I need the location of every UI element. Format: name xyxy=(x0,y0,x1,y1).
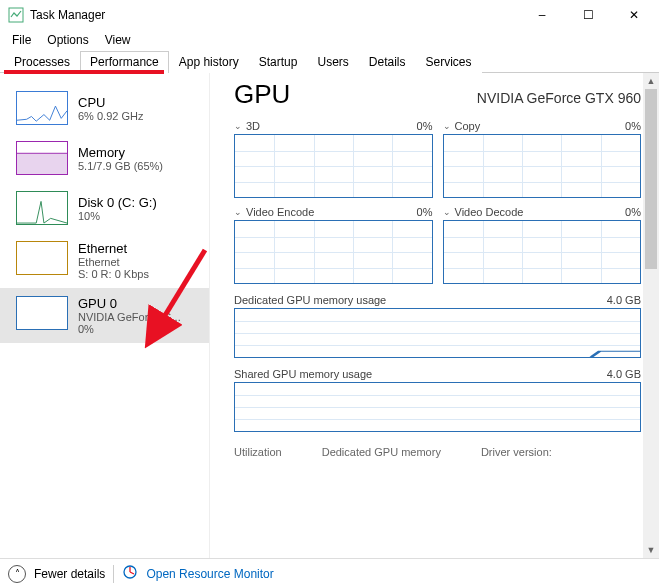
chevron-up-circle-icon[interactable]: ˄ xyxy=(8,565,26,583)
chart-area xyxy=(443,134,642,198)
chevron-down-icon[interactable]: ⌄ xyxy=(234,121,242,131)
stat-dedicated-mem: Dedicated GPU memory xyxy=(322,446,441,458)
chart-label: Dedicated GPU memory usage xyxy=(234,294,386,306)
sidebar-item-sub2: 0% xyxy=(78,323,181,335)
memory-thumb-icon xyxy=(16,141,68,175)
chart-value: 0% xyxy=(625,206,641,218)
dedicated-memory-chart: Dedicated GPU memory usage 4.0 GB xyxy=(234,294,641,358)
gpu-panel: GPU NVIDIA GeForce GTX 960 ⌄3D 0% ⌄Copy … xyxy=(210,73,659,558)
ethernet-thumb-icon xyxy=(16,241,68,275)
sidebar-item-label: Disk 0 (C: G:) xyxy=(78,195,157,210)
titlebar[interactable]: Task Manager – ☐ ✕ xyxy=(0,0,659,30)
sidebar-item-sub: 6% 0.92 GHz xyxy=(78,110,143,122)
sidebar-item-sub2: S: 0 R: 0 Kbps xyxy=(78,268,149,280)
menu-options[interactable]: Options xyxy=(39,31,96,49)
sidebar-item-label: Ethernet xyxy=(78,241,149,256)
tab-services[interactable]: Services xyxy=(416,51,482,73)
scroll-down-icon[interactable]: ▼ xyxy=(643,542,659,558)
tab-details[interactable]: Details xyxy=(359,51,416,73)
task-manager-icon xyxy=(8,7,24,23)
disk-thumb-icon xyxy=(16,191,68,225)
chevron-down-icon[interactable]: ⌄ xyxy=(234,207,242,217)
chart-label[interactable]: Video Encode xyxy=(246,206,314,218)
chart-label: Shared GPU memory usage xyxy=(234,368,372,380)
shared-memory-chart: Shared GPU memory usage 4.0 GB xyxy=(234,368,641,432)
open-resource-monitor-link[interactable]: Open Resource Monitor xyxy=(146,567,273,581)
chevron-down-icon[interactable]: ⌄ xyxy=(443,207,451,217)
cpu-thumb-icon xyxy=(16,91,68,125)
svg-rect-1 xyxy=(17,153,67,174)
chart-max: 4.0 GB xyxy=(607,368,641,380)
tab-bar: Processes Performance App history Startu… xyxy=(0,50,659,73)
sidebar-item-memory[interactable]: Memory 5.1/7.9 GB (65%) xyxy=(0,133,209,183)
sidebar-item-disk0[interactable]: Disk 0 (C: G:) 10% xyxy=(0,183,209,233)
main-area: CPU 6% 0.92 GHz Memory 5.1/7.9 GB (65%) … xyxy=(0,73,659,558)
sidebar-item-sub: Ethernet xyxy=(78,256,149,268)
chart-value: 0% xyxy=(417,120,433,132)
annotation-underline xyxy=(4,70,164,74)
panel-subtitle: NVIDIA GeForce GTX 960 xyxy=(477,90,641,106)
chart-area xyxy=(234,134,433,198)
minimize-button[interactable]: – xyxy=(519,0,565,30)
sidebar-item-sub: 5.1/7.9 GB (65%) xyxy=(78,160,163,172)
menu-view[interactable]: View xyxy=(97,31,139,49)
gpu-thumb-icon xyxy=(16,296,68,330)
window-title: Task Manager xyxy=(30,8,519,22)
fewer-details-button[interactable]: Fewer details xyxy=(34,567,105,581)
sidebar-item-sub: 10% xyxy=(78,210,157,222)
chart-label[interactable]: Copy xyxy=(455,120,481,132)
chevron-down-icon[interactable]: ⌄ xyxy=(443,121,451,131)
sidebar-item-label: CPU xyxy=(78,95,143,110)
panel-title: GPU xyxy=(234,79,290,110)
scroll-up-icon[interactable]: ▲ xyxy=(643,73,659,89)
chart-area xyxy=(234,220,433,284)
separator xyxy=(113,565,114,583)
chart-max: 4.0 GB xyxy=(607,294,641,306)
chart-video-encode: ⌄Video Encode 0% xyxy=(234,206,433,284)
chart-value: 0% xyxy=(417,206,433,218)
vertical-scrollbar[interactable]: ▲ ▼ xyxy=(643,73,659,558)
performance-sidebar[interactable]: CPU 6% 0.92 GHz Memory 5.1/7.9 GB (65%) … xyxy=(0,73,210,558)
menu-file[interactable]: File xyxy=(4,31,39,49)
chart-copy: ⌄Copy 0% xyxy=(443,120,642,198)
chart-label[interactable]: 3D xyxy=(246,120,260,132)
stat-driver: Driver version: xyxy=(481,446,552,458)
close-button[interactable]: ✕ xyxy=(611,0,657,30)
chart-3d: ⌄3D 0% xyxy=(234,120,433,198)
chart-area xyxy=(234,308,641,358)
menubar: File Options View xyxy=(0,30,659,50)
tab-startup[interactable]: Startup xyxy=(249,51,308,73)
chart-area xyxy=(234,382,641,432)
sidebar-item-ethernet[interactable]: Ethernet Ethernet S: 0 R: 0 Kbps xyxy=(0,233,209,288)
tab-users[interactable]: Users xyxy=(307,51,358,73)
maximize-button[interactable]: ☐ xyxy=(565,0,611,30)
chart-area xyxy=(443,220,642,284)
sidebar-item-label: GPU 0 xyxy=(78,296,181,311)
sidebar-item-sub: NVIDIA GeForce G... xyxy=(78,311,181,323)
resource-monitor-icon xyxy=(122,564,138,583)
footer-bar: ˄ Fewer details Open Resource Monitor xyxy=(0,558,659,588)
sidebar-item-gpu0[interactable]: GPU 0 NVIDIA GeForce G... 0% xyxy=(0,288,209,343)
scroll-thumb[interactable] xyxy=(645,89,657,269)
chart-value: 0% xyxy=(625,120,641,132)
sidebar-item-label: Memory xyxy=(78,145,163,160)
chart-label[interactable]: Video Decode xyxy=(455,206,524,218)
chart-video-decode: ⌄Video Decode 0% xyxy=(443,206,642,284)
gpu-stats-row: Utilization Dedicated GPU memory Driver … xyxy=(234,446,641,458)
tab-app-history[interactable]: App history xyxy=(169,51,249,73)
stat-utilization: Utilization xyxy=(234,446,282,458)
sidebar-item-cpu[interactable]: CPU 6% 0.92 GHz xyxy=(0,83,209,133)
